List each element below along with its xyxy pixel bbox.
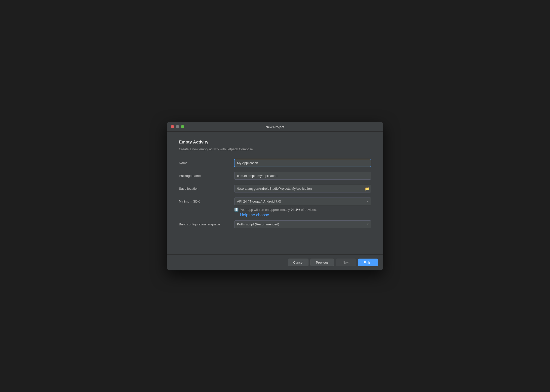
name-input[interactable]: [234, 159, 371, 167]
build-config-label: Build configuration language: [179, 222, 234, 226]
save-location-input[interactable]: [234, 185, 371, 192]
sdk-info-row: ℹ️ Your app will run on approximately 94…: [234, 207, 371, 217]
save-location-label: Save location: [179, 187, 234, 190]
package-label: Package name: [179, 174, 234, 178]
minimum-sdk-select[interactable]: API 21 ("Lollipop"; Android 5.0) API 22 …: [234, 198, 371, 205]
name-label: Name: [179, 161, 234, 165]
name-row: Name: [179, 159, 371, 167]
package-field: [234, 172, 371, 180]
sdk-info-before: Your app will run on approximately: [240, 208, 291, 212]
sdk-info-percentage: 94.4%: [291, 208, 300, 212]
sdk-info-text-block: Your app will run on approximately 94.4%…: [240, 207, 317, 217]
window-title: New Project: [266, 125, 284, 129]
package-input[interactable]: [234, 172, 371, 180]
save-location-field: 📁: [234, 185, 371, 192]
save-location-wrapper: 📁: [234, 185, 371, 192]
dialog-footer: Cancel Previous Next Finish: [167, 254, 383, 270]
name-field: [234, 159, 371, 167]
spacer: [179, 233, 371, 248]
close-button[interactable]: [171, 125, 174, 128]
titlebar: New Project: [167, 122, 383, 132]
minimize-button[interactable]: [176, 125, 179, 128]
package-row: Package name: [179, 172, 371, 180]
maximize-button[interactable]: [181, 125, 184, 128]
previous-button[interactable]: Previous: [310, 259, 334, 266]
minimum-sdk-select-wrapper: API 21 ("Lollipop"; Android 5.0) API 22 …: [234, 198, 371, 205]
section-title: Empty Activity: [179, 140, 371, 145]
cancel-button[interactable]: Cancel: [288, 259, 308, 266]
minimum-sdk-field: API 21 ("Lollipop"; Android 5.0) API 22 …: [234, 198, 371, 205]
build-config-row: Build configuration language Kotlin scri…: [179, 220, 371, 228]
next-button[interactable]: Next: [336, 259, 356, 266]
new-project-window: New Project Empty Activity Create a new …: [167, 122, 383, 270]
build-config-field: Kotlin script (Recommended) Groovy DSL: [234, 220, 371, 228]
build-config-select-wrapper: Kotlin script (Recommended) Groovy DSL: [234, 220, 371, 228]
finish-button[interactable]: Finish: [358, 259, 378, 266]
section-subtitle: Create a new empty activity with Jetpack…: [179, 147, 371, 151]
minimum-sdk-label: Minimum SDK: [179, 200, 234, 203]
traffic-lights: [171, 125, 184, 128]
sdk-info-text: Your app will run on approximately 94.4%…: [240, 208, 317, 212]
folder-browse-icon[interactable]: 📁: [365, 187, 369, 191]
minimum-sdk-row: Minimum SDK API 21 ("Lollipop"; Android …: [179, 198, 371, 205]
build-config-select[interactable]: Kotlin script (Recommended) Groovy DSL: [234, 220, 371, 228]
dialog-content: Empty Activity Create a new empty activi…: [167, 132, 383, 254]
sdk-info-after: of devices.: [300, 208, 317, 212]
info-icon: ℹ️: [234, 208, 239, 212]
save-location-row: Save location 📁: [179, 185, 371, 192]
help-me-choose-link[interactable]: Help me choose: [240, 213, 317, 217]
